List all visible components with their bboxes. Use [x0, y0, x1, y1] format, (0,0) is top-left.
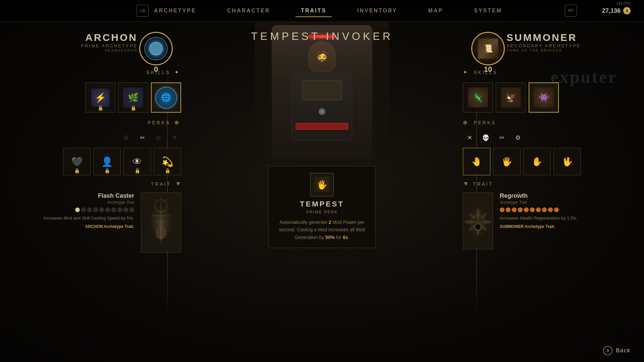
character-body: 🧔 — [272, 25, 372, 159]
character-figure-area: 🧔 — [255, 22, 389, 163]
left-perk-1[interactable]: 🖤 🔒 — [63, 148, 91, 175]
right-trait-dots — [500, 207, 631, 212]
currency-value: 27,136 — [602, 7, 621, 14]
right-perk-cat-4[interactable]: ⚙ — [511, 131, 525, 144]
left-perk-cat-1[interactable]: ⚙ — [119, 131, 133, 144]
left-perk-4[interactable]: 💫 🔒 — [154, 148, 181, 175]
back-icon-label: B — [606, 349, 609, 353]
left-archetype-icon[interactable] — [139, 32, 173, 65]
left-archetype-name: ARCHON — [81, 32, 138, 43]
left-skills-grid: ⚡ 🔒 🌿 🔒 🌐 — [13, 82, 181, 113]
right-perk-4-icon: 🖖 — [558, 153, 577, 171]
left-perk-2[interactable]: 👤 🔒 — [93, 148, 121, 175]
left-panel: ARCHON PRIME ARCHETYPE HEXAHEDRON SKILLS… — [0, 22, 195, 362]
svg-point-17 — [481, 220, 491, 224]
right-perk-1-icon: 🤚 — [468, 153, 486, 171]
right-skill-1[interactable]: 🦎 — [463, 82, 493, 113]
right-perk-categories: ✕ 💀 ✂ ⚙ — [463, 131, 631, 144]
left-dot-8 — [117, 207, 122, 212]
right-dot-3 — [512, 207, 517, 212]
right-perk-4[interactable]: 🖖 — [553, 148, 581, 175]
right-skill-3[interactable]: 👾 — [529, 82, 559, 113]
svg-point-16 — [465, 220, 475, 224]
right-dot-2 — [506, 207, 511, 212]
left-trait-image-inner — [141, 193, 181, 252]
character-head: 🧔 — [309, 41, 335, 71]
right-perk-3-icon: ✋ — [528, 153, 546, 171]
right-perk-cat-2[interactable]: 💀 — [479, 131, 492, 144]
right-perks-label: PERKS — [474, 120, 496, 125]
left-skill-3[interactable]: 🌐 — [151, 82, 181, 113]
right-skill-3-icon: 👾 — [534, 87, 554, 108]
popup-desc-end: . — [348, 235, 350, 240]
left-skills-label: SKILLS — [147, 70, 170, 75]
back-button-icon: B — [603, 346, 612, 355]
left-dot-10 — [129, 207, 134, 212]
right-trait-image — [463, 192, 493, 249]
right-archetype-icon-container: 📜 10 — [471, 32, 505, 65]
left-trait-source-rest: Archetype Trait. — [103, 224, 134, 229]
right-dot-8 — [542, 207, 547, 212]
popup-icon: 🖐 — [310, 173, 334, 196]
left-perk-cat-2[interactable]: ✂ — [136, 131, 149, 144]
left-skill-3-icon: 🌐 — [155, 87, 177, 109]
right-trait-name: Regrowth — [500, 192, 631, 199]
left-trait-section: Flash Caster Archetype Trait — [13, 192, 181, 253]
left-dot-5 — [99, 207, 104, 212]
left-dot-4 — [93, 207, 98, 212]
right-trait-image-inner — [463, 193, 493, 249]
nav-left-icon[interactable]: LB — [137, 5, 149, 17]
right-perk-3[interactable]: ✋ — [523, 148, 551, 175]
nav-item-system[interactable]: SYSTEM — [469, 5, 507, 16]
left-dot-9 — [123, 207, 128, 212]
back-button[interactable]: B Back — [603, 346, 631, 355]
left-perks-label: PERKS — [148, 120, 170, 125]
left-archetype-extra: HEXAHEDRON — [81, 48, 138, 52]
left-dot-7 — [111, 207, 116, 212]
archetype-right-glyph: 📜 — [478, 39, 498, 59]
right-perk-cat-1[interactable]: ✕ — [463, 131, 476, 144]
right-trait-chevron: ▼ — [463, 180, 469, 187]
right-trait-desc: Increases Health Regeneration by 1.5/s. — [500, 215, 631, 222]
left-skill-2-lock: 🔒 — [130, 105, 136, 111]
left-perk-2-lock: 🔒 — [104, 168, 110, 173]
nav-item-archetype[interactable]: ARCHETYPE — [149, 5, 202, 16]
popup-highlight-2: 50% — [325, 235, 335, 240]
nav-currency: 27,136 S — [602, 7, 631, 14]
left-perk-3[interactable]: 👁 🔒 — [123, 148, 151, 175]
popup-title: TEMPEST — [277, 200, 367, 208]
popup-desc-pre: Automatically generate — [280, 220, 329, 225]
right-trait-source-rest: Archetype Trait. — [524, 224, 555, 229]
left-trait-source: ARCHON Archetype Trait. — [13, 224, 134, 229]
archetype-left-glyph — [149, 42, 163, 55]
left-trait-name: Flash Caster — [13, 192, 134, 199]
right-skills-icon: ✦ — [463, 69, 470, 76]
left-perks-grid: 🖤 🔒 👤 🔒 👁 🔒 💫 🔒 — [13, 148, 181, 175]
character-torso — [292, 73, 352, 140]
right-perk-1[interactable]: 🤚 — [463, 148, 490, 175]
left-dot-3 — [87, 207, 92, 212]
left-perk-cat-3[interactable]: ◎ — [152, 131, 165, 144]
right-archetype-icon[interactable]: 📜 — [471, 32, 505, 65]
right-dot-6 — [530, 207, 535, 212]
build-title: TEMPEST INVOKER — [251, 30, 393, 43]
right-skill-2[interactable]: 🦅 — [496, 82, 526, 113]
nav-item-traits[interactable]: TRAITS — [296, 5, 332, 16]
left-perk-cat-4[interactable]: ✕ — [168, 131, 181, 144]
right-archetype-extra: TOME OF THE BRINGER — [506, 48, 581, 52]
nav-right-icon[interactable]: RT — [565, 5, 577, 17]
left-perk-1-lock: 🔒 — [74, 168, 80, 173]
left-skill-1[interactable]: ⚡ 🔒 — [85, 82, 115, 113]
left-perk-3-lock: 🔒 — [135, 168, 140, 173]
nav-item-map[interactable]: MAP — [423, 5, 448, 16]
nav-item-inventory[interactable]: INVENTORY — [352, 5, 402, 16]
right-perk-cat-3[interactable]: ✂ — [495, 131, 508, 144]
left-skill-2[interactable]: 🌿 🔒 — [118, 82, 148, 113]
left-trait-desc: Increases Mod and Skill Casting Speed by… — [13, 215, 134, 222]
left-skill-1-icon: ⚡ — [91, 88, 110, 107]
left-archetype-sub: PRIME ARCHETYPE — [81, 43, 138, 48]
left-archetype-level: 0 — [154, 65, 158, 74]
right-perk-2[interactable]: 🖐 — [493, 148, 521, 175]
left-trait-text: Flash Caster Archetype Trait — [13, 192, 134, 229]
nav-item-character[interactable]: CHARACTER — [222, 5, 275, 16]
